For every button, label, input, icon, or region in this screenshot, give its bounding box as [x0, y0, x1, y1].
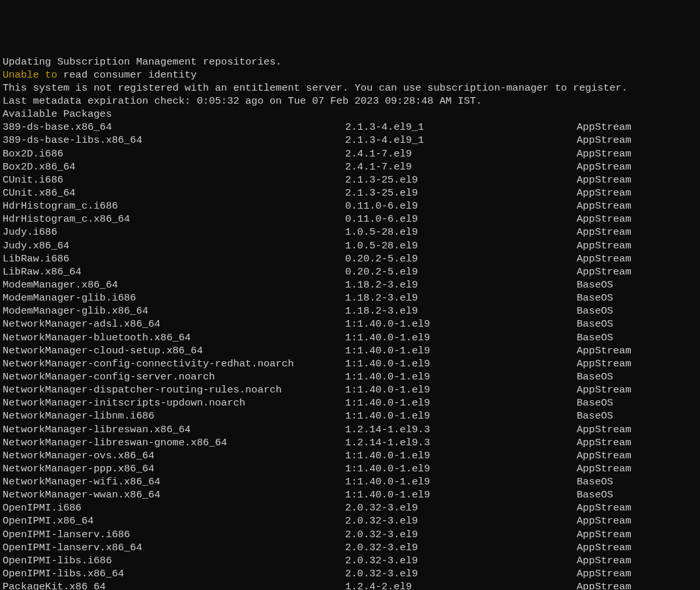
package-repo: AppStream: [577, 383, 632, 396]
package-name: NetworkManager-libreswan-gnome.x86_64: [3, 436, 345, 449]
package-version: 2.0.32-3.el9: [345, 567, 577, 580]
package-version: 2.1.3-4.el9_1: [345, 121, 577, 134]
package-repo: BaseOS: [577, 475, 613, 488]
package-row: Box2D.x86_642.4.1-7.el9AppStream: [3, 160, 700, 173]
package-version: 1:1.40.0-1.el9: [345, 317, 577, 331]
package-row: NetworkManager-wwan.x86_641:1.40.0-1.el9…: [3, 488, 700, 501]
package-repo: AppStream: [577, 160, 632, 173]
package-row: NetworkManager-adsl.x86_641:1.40.0-1.el9…: [3, 317, 700, 331]
package-name: NetworkManager-libnm.i686: [3, 409, 345, 422]
package-repo: AppStream: [577, 344, 632, 357]
package-name: PackageKit.x86_64: [3, 580, 345, 590]
package-name: NetworkManager-initscripts-updown.noarch: [3, 396, 345, 409]
package-version: 2.4.1-7.el9: [345, 160, 577, 173]
package-version: 2.1.3-25.el9: [345, 186, 577, 199]
package-version: 1:1.40.0-1.el9: [345, 462, 577, 475]
package-version: 0.20.2-5.el9: [345, 265, 577, 278]
package-repo: AppStream: [577, 449, 632, 462]
package-repo: AppStream: [577, 528, 632, 541]
package-row: OpenIPMI-lanserv.x86_642.0.32-3.el9AppSt…: [3, 541, 700, 554]
package-row: OpenIPMI-libs.x86_642.0.32-3.el9AppStrea…: [3, 567, 700, 580]
package-row: NetworkManager-ppp.x86_641:1.40.0-1.el9A…: [3, 462, 700, 475]
package-repo: AppStream: [577, 514, 632, 527]
package-repo: AppStream: [577, 554, 632, 567]
package-row: PackageKit.x86_641.2.4-2.el9AppStream: [3, 580, 700, 590]
package-row: HdrHistogram_c.i6860.11.0-6.el9AppStream: [3, 199, 700, 213]
package-repo: AppStream: [577, 357, 632, 370]
package-row: NetworkManager-libreswan.x86_641.2.14-1.…: [3, 423, 700, 436]
package-version: 1.2.14-1.el9.3: [345, 423, 577, 436]
package-name: 389-ds-base.x86_64: [3, 121, 345, 134]
package-version: 1:1.40.0-1.el9: [345, 449, 577, 462]
metadata-line: Last metadata expiration check: 0:05:32 …: [3, 95, 700, 108]
package-version: 2.0.32-3.el9: [345, 501, 577, 514]
package-version: 1.0.5-28.el9: [345, 239, 577, 252]
package-row: Judy.x86_641.0.5-28.el9AppStream: [3, 239, 700, 252]
package-repo: BaseOS: [577, 291, 613, 304]
package-repo: AppStream: [577, 265, 632, 278]
package-repo: AppStream: [577, 186, 632, 199]
package-name: Box2D.i686: [3, 147, 345, 160]
package-row: 389-ds-base-libs.x86_642.1.3-4.el9_1AppS…: [3, 134, 700, 147]
package-name: NetworkManager-ppp.x86_64: [3, 462, 345, 475]
package-row: OpenIPMI.x86_642.0.32-3.el9AppStream: [3, 514, 700, 527]
package-version: 0.20.2-5.el9: [345, 252, 577, 265]
package-name: LibRaw.x86_64: [3, 265, 345, 278]
package-repo: AppStream: [577, 239, 632, 252]
package-name: CUnit.i686: [3, 173, 345, 186]
package-version: 2.0.32-3.el9: [345, 514, 577, 527]
warning-suffix: read consumer identity: [57, 69, 197, 81]
package-repo: AppStream: [577, 541, 632, 554]
package-version: 0.11.0-6.el9: [345, 199, 577, 213]
package-name: Judy.x86_64: [3, 239, 345, 252]
package-row: NetworkManager-config-server.noarch1:1.4…: [3, 370, 700, 383]
package-version: 2.0.32-3.el9: [345, 554, 577, 567]
package-name: Judy.i686: [3, 226, 345, 239]
package-name: NetworkManager-adsl.x86_64: [3, 317, 345, 331]
section-header: Available Packages: [3, 108, 700, 121]
package-repo: AppStream: [577, 147, 632, 160]
package-repo: AppStream: [577, 173, 632, 186]
package-name: NetworkManager-config-server.noarch: [3, 370, 345, 383]
package-version: 0.11.0-6.el9: [345, 213, 577, 226]
package-repo: BaseOS: [577, 488, 613, 501]
package-row: Judy.i6861.0.5-28.el9AppStream: [3, 226, 700, 239]
package-name: OpenIPMI.i686: [3, 501, 345, 514]
package-row: NetworkManager-bluetooth.x86_641:1.40.0-…: [3, 331, 700, 344]
package-row: NetworkManager-dispatcher-routing-rules.…: [3, 383, 700, 396]
package-name: ModemManager.x86_64: [3, 278, 345, 291]
package-repo: BaseOS: [577, 396, 613, 409]
package-row: LibRaw.i6860.20.2-5.el9AppStream: [3, 252, 700, 265]
warning-line: Unable to read consumer identity: [3, 68, 700, 81]
package-version: 2.0.32-3.el9: [345, 541, 577, 554]
package-name: OpenIPMI-libs.x86_64: [3, 567, 345, 580]
package-row: NetworkManager-initscripts-updown.noarch…: [3, 396, 700, 409]
package-repo: AppStream: [577, 436, 632, 449]
status-line: Updating Subscription Management reposit…: [3, 55, 700, 68]
package-row: NetworkManager-wifi.x86_641:1.40.0-1.el9…: [3, 475, 700, 488]
package-row: NetworkManager-ovs.x86_641:1.40.0-1.el9A…: [3, 449, 700, 462]
package-repo: AppStream: [577, 226, 632, 239]
package-repo: BaseOS: [577, 409, 613, 422]
package-version: 2.1.3-25.el9: [345, 173, 577, 186]
package-repo: BaseOS: [577, 304, 613, 317]
package-name: LibRaw.i686: [3, 252, 345, 265]
package-repo: AppStream: [577, 252, 632, 265]
package-row: OpenIPMI.i6862.0.32-3.el9AppStream: [3, 501, 700, 514]
package-row: NetworkManager-libreswan-gnome.x86_641.2…: [3, 436, 700, 449]
package-repo: BaseOS: [577, 278, 613, 291]
package-row: OpenIPMI-libs.i6862.0.32-3.el9AppStream: [3, 554, 700, 567]
package-row: CUnit.i6862.1.3-25.el9AppStream: [3, 173, 700, 186]
package-row: ModemManager.x86_641.18.2-3.el9BaseOS: [3, 278, 700, 291]
package-name: NetworkManager-wwan.x86_64: [3, 488, 345, 501]
package-name: NetworkManager-ovs.x86_64: [3, 449, 345, 462]
package-version: 1:1.40.0-1.el9: [345, 383, 577, 396]
package-row: 389-ds-base.x86_642.1.3-4.el9_1AppStream: [3, 121, 700, 134]
package-version: 2.1.3-4.el9_1: [345, 134, 577, 147]
package-version: 1.2.4-2.el9: [345, 580, 577, 590]
package-version: 2.4.1-7.el9: [345, 147, 577, 160]
package-repo: AppStream: [577, 134, 632, 147]
package-row: ModemManager-glib.i6861.18.2-3.el9BaseOS: [3, 291, 700, 304]
package-repo: BaseOS: [577, 317, 613, 331]
package-repo: AppStream: [577, 199, 632, 213]
